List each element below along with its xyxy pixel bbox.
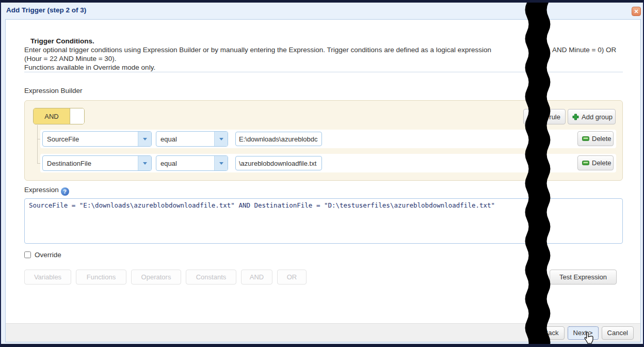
plus-icon xyxy=(572,114,579,120)
intro-line1-left: Enter optional trigger conditions using … xyxy=(24,46,491,54)
chevron-down-icon xyxy=(138,156,151,170)
chevron-down-icon xyxy=(138,132,151,146)
variables-button: Variables xyxy=(24,270,71,285)
expression-toolbar: Variables Functions Operators Constants … xyxy=(24,270,307,285)
delete-rule-button[interactable]: Delete xyxy=(577,155,614,170)
expression-label-row: Expression ? xyxy=(24,186,69,196)
tree-connector-vertical xyxy=(37,125,38,163)
trigger-conditions-heading: Trigger Conditions. xyxy=(30,37,94,45)
and-button: AND xyxy=(241,270,272,285)
operator-select-value: equal xyxy=(156,160,214,167)
intro-line3: Functions available in Override mode onl… xyxy=(24,64,155,71)
override-label: Override xyxy=(35,251,61,259)
add-trigger-window: Add Trigger (step 2 of 3) ✕ Trigger Cond… xyxy=(0,0,644,347)
chevron-down-icon xyxy=(214,132,228,146)
close-icon[interactable]: ✕ xyxy=(632,7,641,16)
next-button[interactable]: Next > xyxy=(568,326,599,340)
rule-row: SourceFile equal Delete xyxy=(40,130,616,148)
dialog-footer: < Back Next > Cancel xyxy=(6,323,640,342)
field-select[interactable]: SourceFile xyxy=(42,131,152,147)
delete-icon xyxy=(582,161,589,165)
or-button: OR xyxy=(277,270,307,285)
group-condition-and-button[interactable]: AND xyxy=(34,108,70,124)
expression-textarea[interactable]: SourceFile = "E:\downloads\azureblobdown… xyxy=(24,198,623,244)
operator-select-value: equal xyxy=(156,135,214,143)
operators-button: Operators xyxy=(131,270,181,285)
field-select[interactable]: DestinationFile xyxy=(42,155,152,171)
rule-value-input[interactable] xyxy=(235,156,322,170)
delete-icon xyxy=(582,136,589,141)
operator-select[interactable]: equal xyxy=(156,155,228,171)
field-select-value: DestinationFile xyxy=(43,160,138,167)
help-icon[interactable]: ? xyxy=(61,187,69,196)
expression-label: Expression xyxy=(24,186,59,194)
rule-value-input[interactable] xyxy=(235,132,322,146)
group-condition-or-button[interactable] xyxy=(70,108,84,124)
cancel-button[interactable]: Cancel xyxy=(602,326,634,340)
add-rule-button[interactable]: rule xyxy=(523,109,566,124)
divider xyxy=(24,72,623,72)
constants-button: Constants xyxy=(186,270,236,285)
intro-line1-right: AND Minute = 0) OR xyxy=(552,46,616,54)
add-group-button[interactable]: Add group xyxy=(568,109,616,124)
back-button[interactable]: < Back xyxy=(532,326,564,340)
delete-label: Delete xyxy=(592,159,611,167)
override-row: Override xyxy=(24,251,61,259)
add-group-label: Add group xyxy=(582,113,613,121)
expression-builder-panel: AND rule Add group SourceFile xyxy=(24,100,623,181)
functions-button: Functions xyxy=(76,270,126,285)
rule-row: DestinationFile equal Delete xyxy=(40,154,616,172)
group-condition-toggle: AND xyxy=(33,108,85,124)
expression-builder-label: Expression Builder xyxy=(24,87,83,94)
override-checkbox[interactable] xyxy=(24,251,31,258)
intro-line2: (Hour = 22 AND Minute = 30). xyxy=(24,55,117,62)
operator-select[interactable]: equal xyxy=(156,131,228,147)
dialog-body: Trigger Conditions. Enter optional trigg… xyxy=(5,19,641,342)
test-expression-button[interactable]: Test Expression xyxy=(550,270,617,285)
dialog-title: Add Trigger (step 2 of 3) xyxy=(6,6,86,14)
field-select-value: SourceFile xyxy=(43,135,138,143)
chevron-down-icon xyxy=(214,156,228,170)
add-rule-label: rule xyxy=(549,113,560,121)
delete-label: Delete xyxy=(592,135,611,143)
delete-rule-button[interactable]: Delete xyxy=(577,131,614,146)
